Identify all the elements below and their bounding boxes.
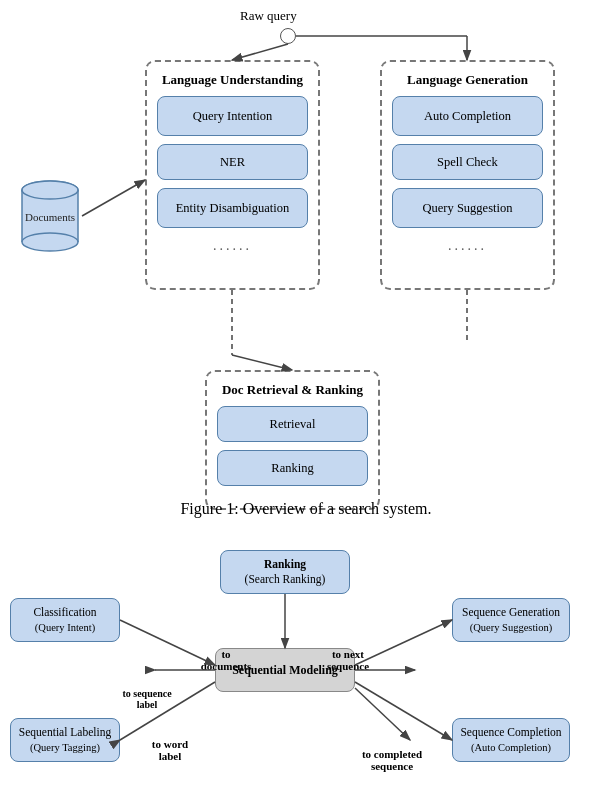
ranking-box: Ranking (217, 450, 368, 486)
classification-box: Classification(Query Intent) (10, 598, 120, 642)
svg-line-13 (232, 355, 292, 370)
lg-dots: ...... (392, 238, 543, 254)
seq-completion-box: Sequence Completion(Auto Completion) (452, 718, 570, 762)
raw-query-circle (280, 28, 296, 44)
svg-line-24 (355, 688, 410, 740)
seq-labeling-box: Sequential Labeling(Query Tagging) (10, 718, 120, 762)
seq-labeling-label: Sequential Labeling(Query Tagging) (19, 725, 111, 755)
to-seq-label-label: to sequence label (112, 688, 182, 710)
figure1-caption: Figure 1: Overview of a search system. (0, 500, 612, 518)
svg-line-21 (355, 682, 452, 740)
figure1: Raw query Documents Language Understandi… (0, 0, 612, 530)
dr-inner: Retrieval Ranking (217, 406, 368, 486)
spell-check-box: Spell Check (392, 144, 543, 180)
doc-retrieval-box: Doc Retrieval & Ranking Retrieval Rankin… (205, 370, 380, 510)
seq-generation-label: Sequence Generation(Query Suggestion) (462, 605, 560, 635)
lu-inner: Query Intention NER Entity Disambiguatio… (157, 96, 308, 256)
raw-query-label: Raw query (240, 8, 297, 24)
to-next-seq-label: to next sequence (318, 648, 378, 672)
dr-title: Doc Retrieval & Ranking (217, 382, 368, 398)
ranking-label: Ranking(Search Ranking) (245, 557, 326, 587)
to-completed-label: to completed sequence (352, 748, 432, 772)
svg-line-8 (232, 44, 288, 60)
to-documents-label: to documents (196, 648, 256, 672)
figure2: Ranking(Search Ranking) Sequential Model… (0, 540, 612, 806)
svg-line-11 (82, 180, 145, 216)
language-understanding-box: Language Understanding Query Intention N… (145, 60, 320, 290)
seq-generation-box: Sequence Generation(Query Suggestion) (452, 598, 570, 642)
ner-box: NER (157, 144, 308, 180)
entity-disambiguation-box: Entity Disambiguation (157, 188, 308, 228)
lg-title: Language Generation (392, 72, 543, 88)
documents-cylinder: Documents (18, 178, 82, 254)
auto-completion-box: Auto Completion (392, 96, 543, 136)
retrieval-box: Retrieval (217, 406, 368, 442)
classification-label: Classification(Query Intent) (33, 605, 96, 635)
svg-point-4 (22, 233, 78, 251)
query-suggestion-box: Query Suggestion (392, 188, 543, 228)
to-word-label-label: to word label (140, 738, 200, 762)
svg-point-5 (22, 181, 78, 199)
svg-text:Documents: Documents (25, 211, 75, 223)
lu-dots: ...... (157, 238, 308, 254)
lu-title: Language Understanding (157, 72, 308, 88)
language-generation-box: Language Generation Auto Completion Spel… (380, 60, 555, 290)
lg-inner: Auto Completion Spell Check Query Sugges… (392, 96, 543, 256)
seq-completion-label: Sequence Completion(Auto Completion) (460, 725, 561, 755)
ranking-box-f2: Ranking(Search Ranking) (220, 550, 350, 594)
query-intention-box: Query Intention (157, 96, 308, 136)
